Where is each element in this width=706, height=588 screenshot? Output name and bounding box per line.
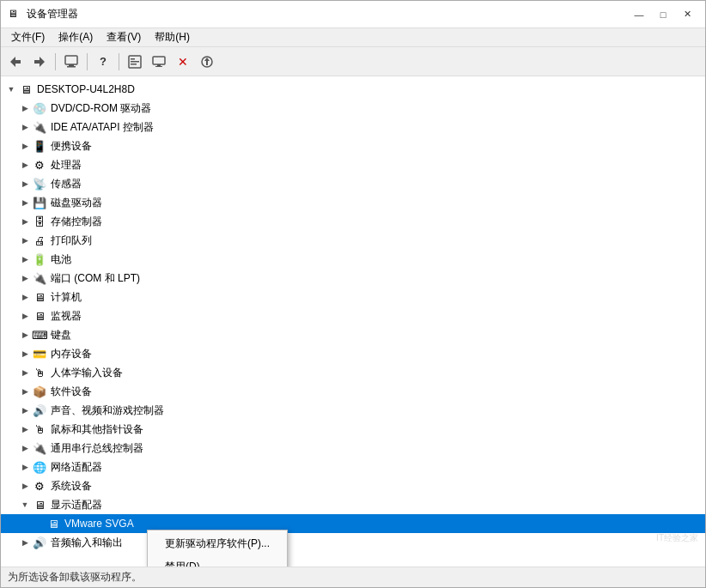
list-item[interactable]: ▶ 🖥 监视器 (1, 306, 705, 325)
memory-icon: 💳 (32, 347, 47, 361)
port-expand: ▶ (18, 271, 32, 285)
hid-expand: ▶ (18, 366, 32, 379)
list-item[interactable]: ▶ 📱 便携设备 (1, 136, 705, 155)
port-label: 端口 (COM 和 LPT) (51, 271, 140, 286)
help-button[interactable]: ? (92, 51, 114, 73)
list-item[interactable]: ▶ 💾 磁盘驱动器 (1, 193, 705, 212)
list-item[interactable]: ▶ 🔋 电池 (1, 250, 705, 269)
svg-rect-11 (153, 57, 165, 64)
list-item[interactable]: ▼ 🖥 显示适配器 (1, 495, 705, 514)
toolbar: ? ✕ (1, 47, 705, 76)
system-icon: ⚙ (32, 479, 47, 493)
computer-label: 计算机 (51, 290, 82, 305)
status-text: 为所选设备卸载该驱动程序。 (8, 570, 142, 585)
storage-expand: ▶ (18, 215, 32, 228)
list-item[interactable]: ▶ 🔊 音频输入和输出 (1, 533, 705, 552)
list-item[interactable]: ▶ 🖥 计算机 (1, 288, 705, 306)
menu-file[interactable]: 文件(F) (4, 28, 52, 46)
maximize-button[interactable]: □ (652, 5, 674, 24)
keyboard-expand: ▶ (18, 328, 32, 342)
content-area: ▼ 🖥 DESKTOP-U4L2H8D ▶ 💿 DVD/CD-ROM 驱动器 ▶… (1, 76, 705, 567)
minimize-button[interactable]: — (628, 5, 650, 24)
root-icon: 🖥 (18, 82, 33, 96)
memory-label: 内存设备 (51, 347, 92, 361)
software-icon: 📦 (32, 385, 47, 398)
menu-action[interactable]: 操作(A) (52, 28, 100, 46)
system-label: 系统设备 (51, 479, 92, 494)
vmware-svga-item[interactable]: 🖥 VMware SVGA (1, 514, 705, 533)
dvd-label: DVD/CD-ROM 驱动器 (51, 101, 151, 116)
battery-icon: 🔋 (32, 252, 47, 266)
display-icon: 🖥 (32, 498, 47, 512)
svg-rect-10 (131, 64, 137, 65)
list-item[interactable]: ▶ ⚙ 处理器 (1, 155, 705, 174)
toolbar-separator-2 (87, 53, 88, 70)
list-item[interactable]: ▶ 📡 传感器 (1, 174, 705, 193)
list-item[interactable]: ▶ 🖱 人体学输入设备 (1, 363, 705, 382)
list-item[interactable]: ▶ 🔊 声音、视频和游戏控制器 (1, 401, 705, 420)
svg-rect-5 (69, 64, 74, 66)
portable-icon: 📱 (32, 139, 47, 153)
list-item[interactable]: ▶ 🔌 通用串行总线控制器 (1, 439, 705, 458)
svg-rect-6 (67, 66, 76, 68)
close-button[interactable]: ✕ (676, 5, 698, 24)
list-item[interactable]: ▶ 🔌 IDE ATA/ATAPI 控制器 (1, 118, 705, 136)
watermark: IT经验之家 (656, 532, 698, 544)
delete-button[interactable]: ✕ (172, 51, 194, 73)
computer-icon: 🖥 (32, 290, 47, 304)
forward-button[interactable] (28, 51, 51, 73)
usb-expand: ▶ (18, 441, 32, 455)
mouse-expand: ▶ (18, 422, 32, 436)
list-item[interactable]: ▶ 🖱 鼠标和其他指针设备 (1, 420, 705, 439)
device-manager-window: 🖥 设备管理器 — □ ✕ 文件(F) 操作(A) 查看(V) 帮助(H) ? (0, 0, 706, 588)
usb-icon: 🔌 (32, 441, 47, 455)
audio-icon: 🔊 (32, 403, 47, 417)
back-button[interactable] (4, 51, 27, 73)
context-menu: 更新驱动程序软件(P)... 禁用(D) 卸载(U) 扫描检测硬件改动(A) 属… (147, 530, 288, 567)
network-icon: 🌐 (32, 460, 47, 474)
title-bar: 🖥 设备管理器 — □ ✕ (1, 1, 705, 28)
disk-label: 磁盘驱动器 (51, 196, 102, 210)
list-item[interactable]: ▶ ⌨ 键盘 (1, 325, 705, 344)
svg-rect-8 (131, 58, 135, 60)
sensor-label: 传感器 (51, 177, 82, 191)
vmware-label: VMware SVGA (64, 518, 134, 530)
list-item[interactable]: ▶ ⚙ 系统设备 (1, 476, 705, 495)
svg-rect-4 (65, 56, 77, 64)
list-item[interactable]: ▶ 💿 DVD/CD-ROM 驱动器 (1, 99, 705, 118)
properties-button[interactable] (124, 51, 146, 73)
update-button[interactable] (196, 51, 218, 73)
root-expand-icon: ▼ (4, 82, 18, 96)
list-item[interactable]: ▶ 🗄 存储控制器 (1, 212, 705, 231)
hid-icon: 🖱 (32, 366, 47, 379)
ctx-update-driver[interactable]: 更新驱动程序软件(P)... (148, 532, 287, 555)
audio-label: 声音、视频和游戏控制器 (51, 403, 164, 418)
system-expand: ▶ (18, 479, 32, 493)
list-item[interactable]: ▶ 📦 软件设备 (1, 382, 705, 401)
network-label: 网络适配器 (51, 460, 102, 475)
mouse-label: 鼠标和其他指针设备 (51, 422, 143, 437)
menu-help[interactable]: 帮助(H) (148, 28, 197, 46)
keyboard-icon: ⌨ (32, 328, 47, 342)
list-item[interactable]: ▶ 🖨 打印队列 (1, 231, 705, 250)
disk-icon: 💾 (32, 196, 47, 209)
ctx-disable[interactable]: 禁用(D) (148, 555, 287, 567)
monitor-button[interactable] (148, 51, 170, 73)
toolbar-separator-1 (55, 53, 56, 70)
list-item[interactable]: ▶ 💳 内存设备 (1, 344, 705, 363)
menu-view[interactable]: 查看(V) (100, 28, 148, 46)
tree-root[interactable]: ▼ 🖥 DESKTOP-U4L2H8D (1, 80, 705, 99)
audioio-label: 音频输入和输出 (51, 536, 123, 550)
svg-rect-1 (15, 60, 21, 64)
sensor-expand: ▶ (18, 177, 32, 191)
list-item[interactable]: ▶ 🔌 端口 (COM 和 LPT) (1, 269, 705, 288)
svg-rect-13 (155, 66, 162, 67)
cpu-expand: ▶ (18, 158, 32, 172)
computer-button[interactable] (60, 51, 82, 73)
print-label: 打印队列 (51, 233, 92, 248)
device-tree[interactable]: ▼ 🖥 DESKTOP-U4L2H8D ▶ 💿 DVD/CD-ROM 驱动器 ▶… (1, 76, 705, 567)
storage-label: 存储控制器 (51, 215, 102, 229)
display-label: 显示适配器 (51, 498, 102, 512)
usb-label: 通用串行总线控制器 (51, 441, 143, 456)
list-item[interactable]: ▶ 🌐 网络适配器 (1, 458, 705, 476)
